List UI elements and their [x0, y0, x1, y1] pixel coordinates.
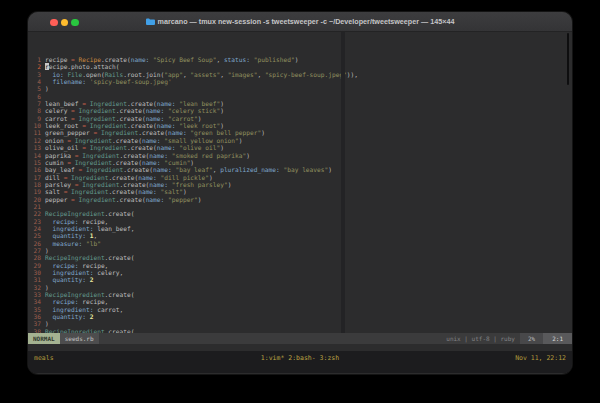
code-token: Ingredient — [79, 196, 116, 203]
code-line: 27) — [30, 247, 572, 254]
code-token: "bay leaf" — [175, 166, 212, 173]
line-number: 6 — [30, 93, 41, 100]
code-token: quantity: — [52, 232, 86, 239]
code-token: Ingredient — [79, 115, 116, 122]
code-line: 15cumin = Ingredient.create(name: "cumin… — [30, 159, 572, 166]
code-token: leek_root — [45, 122, 82, 129]
line-number: 17 — [30, 174, 41, 181]
close-button[interactable] — [50, 19, 58, 27]
code-token: RecipeIngredient — [45, 254, 105, 261]
code-token: ) — [220, 144, 224, 151]
line-number: 24 — [30, 225, 41, 232]
code-line: 19salt = Ingredient.create(name: "salt") — [30, 188, 572, 195]
code-token: .create( — [116, 115, 146, 122]
folder-icon — [146, 18, 155, 25]
code-token: "leek root" — [179, 122, 220, 129]
code-token: .create( — [120, 181, 150, 188]
code-token: Ingredient — [90, 144, 127, 151]
code-line: 8celery = Ingredient.create(name: "celer… — [30, 107, 572, 114]
code-line: 28RecipeIngredient.create( — [30, 254, 572, 261]
code-line: 12onion = Ingredient.create(name: "small… — [30, 137, 572, 144]
vim-statusline: NORMAL seeds.rb unix | utf-8 | ruby 2% 2… — [28, 333, 572, 344]
code-line: 20pepper = Ingredient.create(name: "pepp… — [30, 196, 572, 203]
vim-editor[interactable]: 1recipe = Recipe.create(name: "Spicy Bee… — [28, 32, 572, 333]
line-number: 14 — [30, 152, 41, 159]
code-token: measure: — [52, 240, 82, 247]
code-token: name: — [142, 159, 161, 166]
code-line: 32) — [30, 284, 572, 291]
line-number: 20 — [30, 196, 41, 203]
line-number: 7 — [30, 100, 41, 107]
line-number: 2 — [30, 63, 41, 70]
code-token: 2 — [90, 313, 94, 320]
code-token: ) — [328, 166, 332, 173]
code-token: quantity: — [52, 276, 86, 283]
colorcolumn-80 — [341, 32, 345, 333]
code-token: recipe: — [52, 298, 78, 305]
line-number: 11 — [30, 129, 41, 136]
code-line: 37) — [30, 320, 572, 327]
vim-command-line[interactable] — [28, 344, 572, 351]
code-token: "green bell pepper" — [190, 129, 261, 136]
code-token: bay_leaf — [45, 166, 79, 173]
line-number: 1 — [30, 56, 41, 63]
code-token: .create( — [105, 254, 135, 261]
code-line: 11green_pepper = Ingredient.create(name:… — [30, 129, 572, 136]
code-token: .create( — [105, 210, 135, 217]
code-token: ) — [183, 188, 187, 195]
code-token: .create( — [105, 328, 135, 333]
code-token: )), — [347, 71, 358, 78]
code-token: name: — [157, 122, 176, 129]
line-number: 15 — [30, 159, 41, 166]
line-number: 25 — [30, 232, 41, 239]
code-line: 16bay_leaf = Ingredient.create(name: "ba… — [30, 166, 572, 173]
line-number: 16 — [30, 166, 41, 173]
code-token: .create( — [127, 122, 157, 129]
code-token: carrot, — [93, 306, 123, 313]
code-token: Ingredient — [75, 159, 112, 166]
code-token: green_pepper — [45, 129, 93, 136]
code-token: Ingredient — [79, 107, 116, 114]
code-token: .create( — [108, 174, 138, 181]
code-line: 13olive_oil = Ingredient.create(name: "o… — [30, 144, 572, 151]
code-token: name: — [153, 166, 172, 173]
code-token: ) — [228, 181, 232, 188]
code-line: 22RecipeIngredient.create( — [30, 210, 572, 217]
line-number: 28 — [30, 254, 41, 261]
code-token: "lb" — [86, 240, 101, 247]
code-token: "fresh parsley" — [172, 181, 228, 188]
code-token: , — [220, 71, 227, 78]
line-number: 30 — [30, 269, 41, 276]
zoom-button[interactable] — [71, 19, 79, 27]
code-line: 14paprika = Ingredient.create(name: "smo… — [30, 152, 572, 159]
code-token: Ingredient — [71, 174, 108, 181]
line-number: 3 — [30, 71, 41, 78]
code-token: .create( — [112, 137, 142, 144]
minimize-button[interactable] — [61, 19, 69, 27]
code-token: ingredient: — [52, 269, 93, 276]
code-line: 36 quantity: 2 — [30, 313, 572, 320]
code-token: "dill pickle" — [161, 174, 209, 181]
title-bar[interactable]: marcano — tmux new-session -s tweetsweep… — [28, 12, 572, 32]
code-token: .open( — [82, 71, 104, 78]
code-line: 3 io: File.open(Rails.root.join("app", "… — [30, 71, 572, 78]
tmux-session-name: meals — [34, 354, 261, 373]
code-token: ) — [198, 115, 202, 122]
code-token: .create( — [101, 56, 131, 63]
scrollbar-thumb[interactable] — [567, 33, 569, 85]
code-token: "published" — [254, 56, 295, 63]
statusline-spacer — [99, 333, 442, 344]
line-number: 34 — [30, 298, 41, 305]
code-line: 25 quantity: 1, — [30, 232, 572, 239]
code-token: "smoked red paprika" — [172, 152, 247, 159]
code-token: name: — [138, 188, 157, 195]
line-number: 22 — [30, 210, 41, 217]
code-token: ) — [295, 56, 299, 63]
code-line: 23 recipe: recipe, — [30, 218, 572, 225]
code-token: ) — [220, 122, 224, 129]
code-token: filename: — [52, 78, 86, 85]
code-token: , — [93, 232, 97, 239]
code-token: name: — [146, 107, 165, 114]
code-token: recipe — [45, 56, 71, 63]
tmux-window-list[interactable]: 1:vim* 2:bash- 3:zsh — [261, 354, 339, 373]
